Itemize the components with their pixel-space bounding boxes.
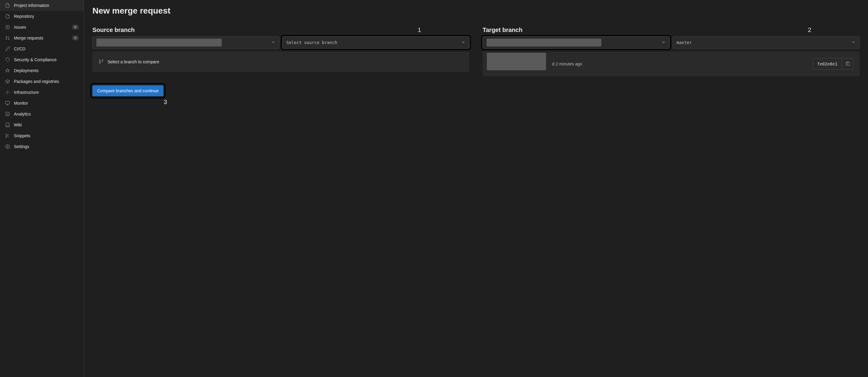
chevron-down-icon [851, 40, 856, 45]
sidebar-item-cicd[interactable]: CI/CD [0, 43, 84, 54]
sidebar-item-snippets[interactable]: Snippets [0, 130, 84, 141]
sidebar-item-label: CI/CD [14, 46, 79, 51]
main-content: New merge request Source branch 1 Select… [84, 0, 868, 377]
sidebar-item-packages[interactable]: Packages and registries [0, 76, 84, 87]
sidebar-item-label: Settings [14, 144, 79, 149]
sidebar-item-label: Merge requests [14, 36, 68, 40]
cloud-gear-icon [5, 90, 10, 95]
source-branch-select[interactable]: Select source branch [282, 36, 469, 48]
svg-rect-7 [5, 101, 9, 104]
source-compare-panel: Select a branch to compare [92, 52, 469, 72]
file-icon [5, 3, 10, 8]
package-icon [5, 79, 10, 84]
source-branch-column: Source branch 1 Select source branch Sel… [92, 27, 469, 76]
sidebar-item-label: Analytics [14, 112, 79, 116]
clipboard-icon [845, 62, 850, 66]
shield-icon [5, 57, 10, 62]
svg-line-17 [8, 136, 9, 138]
merge-icon [5, 35, 10, 41]
commit-hash[interactable]: fe02e8e1 [813, 59, 842, 69]
source-project-select[interactable] [92, 36, 279, 48]
target-branch-value: master [677, 40, 692, 45]
branch-selection-row: Source branch 1 Select source branch Sel… [92, 27, 860, 76]
svg-point-21 [99, 62, 100, 63]
target-commit-panel: d 2 minutes ago fe02e8e1 [483, 52, 860, 76]
svg-point-22 [102, 60, 103, 61]
chevron-down-icon [461, 40, 465, 45]
svg-line-18 [7, 135, 7, 136]
issues-icon [5, 25, 10, 30]
commit-time-text: d 2 minutes ago [552, 62, 582, 66]
svg-point-6 [7, 92, 8, 93]
svg-point-3 [6, 36, 7, 37]
sidebar-item-deployments[interactable]: Deployments [0, 65, 84, 76]
sidebar-item-wiki[interactable]: Wiki [0, 119, 84, 130]
target-branch-column: Target branch 2 master d 2 minutes ago f… [483, 27, 860, 76]
sidebar-item-label: Project information [14, 3, 79, 8]
svg-point-5 [8, 39, 9, 40]
sidebar-item-security[interactable]: Security & Compliance [0, 54, 84, 65]
source-branch-placeholder: Select source branch [286, 40, 337, 45]
page-title: New merge request [92, 6, 860, 16]
compare-button-highlight: Compare branches and continue [92, 85, 163, 96]
merge-requests-count-badge: 0 [72, 36, 79, 40]
sidebar-item-monitor[interactable]: Monitor [0, 98, 84, 109]
repo-icon [5, 13, 10, 19]
rocket-icon [5, 46, 10, 52]
sidebar: Project information Repository Issues 0 … [0, 0, 84, 377]
sidebar-item-label: Wiki [14, 123, 79, 127]
svg-point-4 [6, 39, 7, 40]
sidebar-item-label: Deployments [14, 68, 79, 73]
sidebar-item-issues[interactable]: Issues 0 [0, 22, 84, 33]
target-project-select[interactable] [483, 36, 670, 48]
copy-commit-button[interactable] [842, 59, 853, 69]
annotation-1: 1 [418, 27, 421, 33]
commit-hash-group: fe02e8e1 [813, 58, 854, 70]
loading-placeholder [487, 53, 546, 70]
compare-hint-text: Select a branch to compare [107, 60, 159, 64]
sidebar-item-label: Repository [14, 14, 79, 19]
rocket-icon [5, 68, 10, 73]
source-branch-heading: Source branch [92, 27, 135, 33]
sidebar-item-merge-requests[interactable]: Merge requests 0 [0, 33, 84, 43]
issues-count-badge: 0 [72, 25, 79, 30]
sidebar-item-label: Security & Compliance [14, 57, 79, 62]
compare-branches-button[interactable]: Compare branches and continue [92, 85, 163, 96]
sidebar-item-label: Packages and registries [14, 79, 79, 84]
target-branch-select[interactable]: master [673, 36, 860, 48]
scissors-icon [5, 133, 10, 138]
sidebar-item-analytics[interactable]: Analytics [0, 109, 84, 119]
svg-rect-23 [847, 62, 849, 66]
chart-icon [5, 111, 10, 117]
sidebar-item-label: Monitor [14, 101, 79, 106]
loading-placeholder [487, 39, 601, 46]
sidebar-item-settings[interactable]: Settings [0, 141, 84, 152]
book-icon [5, 122, 10, 128]
chevron-down-icon [271, 40, 275, 45]
sidebar-item-infrastructure[interactable]: Infrastructure [0, 87, 84, 98]
svg-point-15 [6, 136, 7, 138]
target-branch-heading: Target branch [483, 27, 523, 33]
annotation-3: 3 [164, 99, 860, 106]
branch-icon [98, 59, 104, 65]
chevron-down-icon [661, 40, 665, 45]
sidebar-item-label: Snippets [14, 133, 79, 138]
svg-point-20 [99, 60, 100, 61]
sidebar-item-label: Infrastructure [14, 90, 79, 95]
sidebar-item-repository[interactable]: Repository [0, 11, 84, 22]
gear-icon [5, 144, 10, 149]
monitor-icon [5, 100, 10, 106]
loading-placeholder [96, 39, 222, 46]
svg-point-19 [7, 146, 8, 147]
sidebar-item-project-info[interactable]: Project information [0, 0, 84, 11]
sidebar-item-label: Issues [14, 25, 68, 30]
annotation-2: 2 [808, 27, 811, 33]
svg-rect-0 [6, 26, 9, 29]
svg-point-14 [6, 134, 7, 135]
